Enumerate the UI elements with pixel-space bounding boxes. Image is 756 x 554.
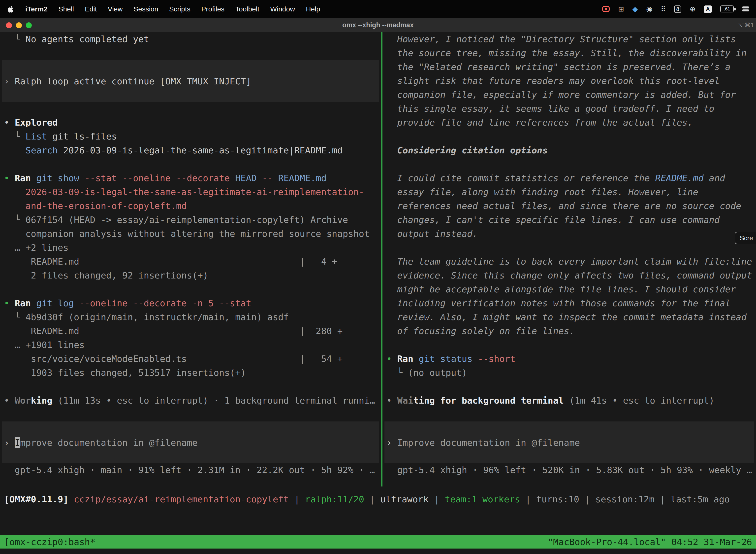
- menu-item-window[interactable]: Window: [270, 5, 295, 13]
- terminal-line: [0, 102, 381, 116]
- terminal-line: • Ran git log --oneline --decorate -n 5 …: [0, 296, 381, 310]
- circle-app-icon[interactable]: ◉: [646, 5, 652, 12]
- number-key-icon[interactable]: 8: [674, 5, 681, 13]
- text-segment: including verification notes with those …: [386, 298, 731, 308]
- menu-item-shell[interactable]: Shell: [59, 5, 74, 13]
- apple-menu-icon[interactable]: [7, 5, 14, 13]
- tmux-host-time-label: "MacBook-Pro-44.local" 04:52 31-Mar-26: [548, 536, 752, 547]
- text-segment: (1m 41s • esc to interrupt): [564, 395, 714, 405]
- terminal-line: this single essay, it seems like a good …: [382, 102, 756, 116]
- menu-item-edit[interactable]: Edit: [85, 5, 97, 13]
- terminal-line: changes, I can't cite specific file line…: [382, 213, 756, 227]
- menu-item-profiles[interactable]: Profiles: [201, 5, 225, 13]
- text-segment: Ran: [397, 353, 419, 364]
- circle-plus-icon[interactable]: ⊕: [690, 5, 695, 12]
- text-segment: •: [386, 353, 397, 364]
- tmux-status-bar: [omx-cczip0:bash* "MacBook-Pro-44.local"…: [0, 535, 756, 549]
- terminal-line: of focusing solely on file lines.: [382, 324, 756, 338]
- terminal-line: [0, 407, 381, 422]
- text-segment: Ralph loop active continue [OMX_TMUX_INJ…: [15, 76, 251, 86]
- menu-item-help[interactable]: Help: [306, 5, 320, 13]
- menu-item-iterm2[interactable]: iTerm2: [25, 5, 48, 13]
- text-segment: changes, I can't cite specific file line…: [386, 214, 720, 225]
- terminal-line: provide file and line references from th…: [382, 116, 756, 129]
- record-dot-icon: [605, 8, 607, 10]
- menu-item-toolbelt[interactable]: Toolbelt: [235, 5, 259, 13]
- battery-icon[interactable]: .61: [720, 5, 734, 12]
- terminal-line: └ 067f154 (HEAD -> essay/ai-reimplementa…: [0, 213, 381, 227]
- text-segment: |: [579, 494, 595, 504]
- grid-icon[interactable]: ⊞: [618, 5, 624, 12]
- terminal-line: [382, 338, 756, 352]
- text-segment: README.md | 4 +: [4, 256, 337, 267]
- close-button[interactable]: [6, 22, 12, 28]
- text-segment: the source tree, missing the essay. Stil…: [386, 48, 747, 58]
- text-segment: team:1 workers: [445, 494, 520, 504]
- terminal-line: … +1901 lines: [0, 338, 381, 352]
- terminal-line: [0, 282, 381, 296]
- text-segment: Wor: [15, 395, 31, 405]
- screen-recording-icon[interactable]: [602, 6, 610, 12]
- text-segment: mprove documentation in @filename: [20, 437, 197, 447]
- text-segment: --stat --oneline --decorate: [79, 173, 230, 183]
- text-segment: └: [4, 34, 25, 44]
- terminal-line: 2 files changed, 92 insertions(+): [0, 269, 381, 282]
- minimize-button[interactable]: [16, 22, 22, 28]
- control-center-icon[interactable]: [742, 6, 749, 11]
- text-segment: ultrawork: [380, 494, 429, 504]
- terminal-line: src/voice/voiceModeEnabled.ts | 54 +: [0, 352, 381, 366]
- prompt-text: › Improve documentation in @filename: [2, 437, 379, 447]
- text-segment: evidence. Since this change only affects…: [386, 270, 752, 280]
- terminal-line: [382, 129, 756, 144]
- window-titlebar[interactable]: omx --xhigh --madmax ⌥⌘1: [0, 18, 756, 32]
- inject-banner-text: › Ralph loop active continue [OMX_TMUX_I…: [2, 76, 379, 86]
- text-segment: companion analysis without altering the …: [4, 228, 370, 239]
- input-source-icon[interactable]: A: [704, 5, 712, 13]
- text-segment: session:12m: [595, 494, 654, 504]
- terminal-line: companion analysis without altering the …: [0, 227, 381, 241]
- menu-item-session[interactable]: Session: [133, 5, 158, 13]
- prompt-input[interactable]: › Improve documentation in @filename: [384, 422, 754, 463]
- menu-item-scripts[interactable]: Scripts: [169, 5, 190, 13]
- text-segment: Improve documentation in @filename: [397, 437, 580, 447]
- screen-tooltip-button[interactable]: Scre: [735, 232, 756, 244]
- text-segment: |: [654, 494, 671, 504]
- text-segment: output instead.: [386, 228, 478, 239]
- zoom-button[interactable]: [26, 22, 32, 28]
- battery-label: .61: [724, 6, 730, 11]
- text-segment: cczip/essay/ai-reimplementation-copyleft: [74, 494, 289, 504]
- text-segment: 2026-03-09-is-legal-the-same-as-legitima…: [4, 187, 364, 197]
- tmux-session-label: [omx-cczip0:bash*: [4, 536, 95, 547]
- text-segment: ting for background terminal: [413, 395, 564, 405]
- text-segment: └ 067f154 (HEAD -> essay/ai-reimplementa…: [4, 214, 348, 225]
- terminal-line: • Ran git status --short: [382, 352, 756, 366]
- terminal-line: [0, 46, 381, 60]
- text-segment: companion file, especially if more comme…: [386, 89, 736, 100]
- text-segment: Considering citation options: [386, 145, 548, 155]
- dots-grid-icon[interactable]: ⠿: [661, 5, 666, 12]
- section-heading: Considering citation options: [382, 144, 756, 157]
- text-segment: └ (no output): [386, 367, 467, 378]
- window-shortcut: ⌥⌘1: [737, 21, 754, 29]
- text-segment: List: [25, 131, 47, 142]
- menu-item-view[interactable]: View: [108, 5, 123, 13]
- terminal-line: However, I noticed the "Directory Struct…: [382, 32, 756, 46]
- terminal-line: • Explored: [0, 116, 381, 129]
- terminal-line: essay file, along with finding root file…: [382, 185, 756, 199]
- left-terminal-pane[interactable]: └ No agents completed yet› Ralph loop ac…: [0, 32, 381, 477]
- menu-left: iTerm2 Shell Edit View Session Scripts P…: [7, 5, 320, 13]
- text-segment: |: [429, 494, 445, 504]
- text-segment: (11m 13s • esc to interrupt) · 1 backgro…: [52, 395, 375, 405]
- text-segment: and-the-erosion-of-copyleft.md: [4, 201, 187, 211]
- diamond-app-icon[interactable]: ◆: [632, 5, 638, 12]
- text-segment: ›: [4, 437, 15, 447]
- right-terminal-pane[interactable]: However, I noticed the "Directory Struct…: [382, 32, 756, 477]
- prompt-input[interactable]: › Improve documentation in @filename: [2, 422, 379, 463]
- text-segment: └ 4b9d30f (origin/main, instructkr/main,…: [4, 312, 289, 322]
- text-segment: README.md: [273, 173, 327, 183]
- text-segment: README.md | 280 +: [4, 326, 342, 336]
- text-segment: src/voice/voiceModeEnabled.ts | 54 +: [4, 353, 342, 364]
- text-segment: Ran: [15, 173, 36, 183]
- text-segment: might be acceptable alongside the file l…: [386, 284, 736, 294]
- terminal-line: including verification notes with those …: [382, 296, 756, 310]
